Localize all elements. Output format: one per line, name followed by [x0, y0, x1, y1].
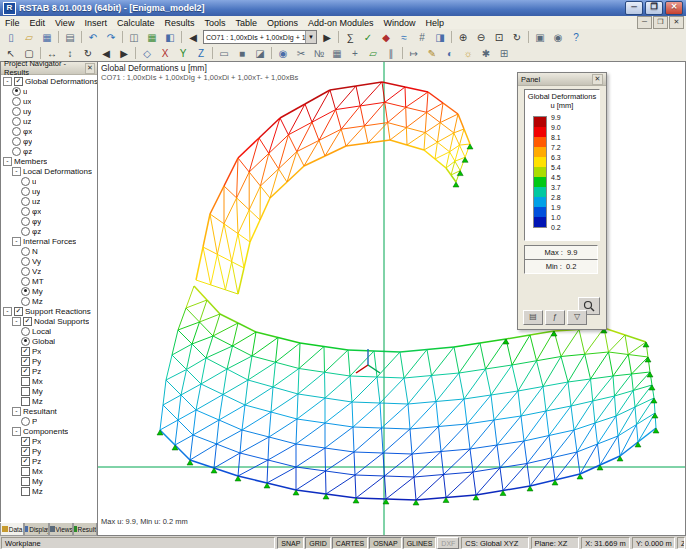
tree-item-phiz[interactable]: φz: [1, 146, 98, 156]
render-icon[interactable]: ◐: [441, 45, 459, 61]
navigator-tab-views[interactable]: Views: [49, 523, 73, 536]
panel-icon[interactable]: ◨: [431, 29, 449, 45]
radio-unselected[interactable]: [21, 217, 30, 226]
tree-item-ux[interactable]: ux: [1, 96, 98, 106]
tree-item-py[interactable]: ✓Py: [1, 446, 98, 456]
tree-item-pz[interactable]: ✓Pz: [1, 366, 98, 376]
expander-minus-icon[interactable]: -: [12, 317, 21, 326]
solid-icon[interactable]: ■: [233, 45, 251, 61]
fullscreen-icon[interactable]: ⊞: [495, 45, 513, 61]
check-icon[interactable]: ✓: [359, 29, 377, 45]
radio-unselected[interactable]: [21, 257, 30, 266]
radio-unselected[interactable]: [21, 187, 30, 196]
maximize-button[interactable]: ❐: [645, 1, 663, 15]
new-window-icon[interactable]: ◫: [125, 29, 143, 45]
navigator-close-icon[interactable]: ✕: [85, 63, 95, 74]
tree-item-vy[interactable]: Vy: [1, 256, 98, 266]
checkbox-checked[interactable]: ✓: [14, 77, 23, 86]
tree-item-global-deformations[interactable]: -✓Global Deformations: [1, 76, 98, 86]
radio-unselected[interactable]: [21, 207, 30, 216]
tree-item-nodal-supports[interactable]: -✓Nodal Supports: [1, 316, 98, 326]
tree-item-px[interactable]: ✓Px: [1, 346, 98, 356]
statusbar-toggle-glines[interactable]: GLINES: [403, 537, 437, 549]
redo-icon[interactable]: ↷: [102, 29, 120, 45]
tree-item-uy[interactable]: uy: [1, 186, 98, 196]
checkbox-unchecked[interactable]: [21, 397, 30, 406]
tree-item-my[interactable]: My: [1, 386, 98, 396]
radio-unselected[interactable]: [21, 227, 30, 236]
tree-item-global[interactable]: Global: [1, 336, 98, 346]
radio-unselected[interactable]: [21, 267, 30, 276]
menu-view[interactable]: View: [50, 16, 79, 29]
checkbox-unchecked[interactable]: [21, 387, 30, 396]
checkbox-checked[interactable]: ✓: [21, 367, 30, 376]
save-icon[interactable]: ▦: [38, 29, 56, 45]
checkbox-checked[interactable]: ✓: [23, 317, 32, 326]
dimension-icon[interactable]: ↦: [405, 45, 423, 61]
menu-insert[interactable]: Insert: [79, 16, 112, 29]
tree-item-p[interactable]: P: [1, 416, 98, 426]
expander-minus-icon[interactable]: -: [12, 237, 21, 246]
expander-minus-icon[interactable]: -: [12, 427, 21, 436]
navigator-header[interactable]: Project Navigator - Results ✕: [1, 62, 98, 75]
mdi-close-button[interactable]: ✕: [669, 16, 684, 29]
menu-table[interactable]: Table: [230, 16, 262, 29]
expander-minus-icon[interactable]: -: [12, 407, 21, 416]
radio-selected[interactable]: [21, 337, 30, 346]
expander-minus-icon[interactable]: -: [12, 167, 21, 176]
view-y-icon[interactable]: Y: [174, 45, 192, 61]
chevron-down-icon[interactable]: ▼: [305, 31, 316, 43]
tree-item-internal-forces[interactable]: -Internal Forces: [1, 236, 98, 246]
tree-item-uy[interactable]: uy: [1, 106, 98, 116]
load-case-prev-icon[interactable]: ◀: [184, 29, 202, 45]
deformation-icon[interactable]: ≈: [395, 29, 413, 45]
radio-selected[interactable]: [12, 87, 21, 96]
tree-item-mz[interactable]: Mz: [1, 486, 98, 496]
results-color-panel[interactable]: Panel ✕ Global Deformations u [mm] 9.99.…: [517, 72, 607, 330]
checkbox-unchecked[interactable]: [21, 487, 30, 496]
tree-item-phiy[interactable]: φy: [1, 216, 98, 226]
new-icon[interactable]: ▯: [2, 29, 20, 45]
factors-tab[interactable]: ƒ: [545, 310, 565, 325]
filter-tab[interactable]: ▽: [567, 310, 587, 325]
checkbox-checked[interactable]: ✓: [21, 457, 30, 466]
settings-icon[interactable]: ✱: [477, 45, 495, 61]
statusbar-toggle-cartes[interactable]: CARTES: [332, 537, 368, 549]
checkbox-checked[interactable]: ✓: [21, 357, 30, 366]
tree-item-uz[interactable]: uz: [1, 116, 98, 126]
tree-item-mt[interactable]: MT: [1, 276, 98, 286]
tree-item-my[interactable]: My: [1, 286, 98, 296]
statusbar-toggle-snap[interactable]: SNAP: [277, 537, 304, 549]
expander-minus-icon[interactable]: -: [3, 307, 12, 316]
wireframe-icon[interactable]: ▭: [215, 45, 233, 61]
hidden-line-icon[interactable]: ◪: [251, 45, 269, 61]
tree-item-u[interactable]: u: [1, 86, 98, 96]
menu-calculate[interactable]: Calculate: [112, 16, 160, 29]
grid-icon[interactable]: ▦: [328, 45, 346, 61]
minimize-button[interactable]: ─: [625, 1, 643, 15]
menu-results[interactable]: Results: [159, 16, 199, 29]
print-icon[interactable]: ▤: [61, 29, 79, 45]
navigator-tab-data[interactable]: Data: [0, 523, 24, 536]
checkbox-checked[interactable]: ✓: [21, 447, 30, 456]
tree-item-phix[interactable]: φx: [1, 206, 98, 216]
zoom-out-icon[interactable]: ⊖: [472, 29, 490, 45]
load-case-next-icon[interactable]: ▶: [318, 29, 336, 45]
radio-unselected[interactable]: [21, 277, 30, 286]
radio-unselected[interactable]: [12, 97, 21, 106]
mdi-minimize-button[interactable]: ─: [637, 16, 652, 29]
load-case-combobox[interactable]: CO71 : 1,00xDIs + 1,00xDIg + 1,00xDi ▼: [203, 30, 317, 44]
tree-item-mx[interactable]: Mx: [1, 466, 98, 476]
radio-unselected[interactable]: [12, 147, 21, 156]
tree-item-mz[interactable]: Mz: [1, 296, 98, 306]
menu-file[interactable]: File: [0, 16, 25, 29]
checkbox-checked[interactable]: ✓: [21, 437, 30, 446]
tree-item-pz[interactable]: ✓Pz: [1, 456, 98, 466]
panel-close-icon[interactable]: ✕: [592, 74, 603, 85]
close-button[interactable]: ✕: [665, 1, 683, 15]
clipping-icon[interactable]: ✂: [292, 45, 310, 61]
tree-item-phiy[interactable]: φy: [1, 136, 98, 146]
tree-item-local[interactable]: Local: [1, 326, 98, 336]
statusbar-toggle-dxf[interactable]: DXF: [437, 537, 459, 549]
tree-item-local-deformations[interactable]: -Local Deformations: [1, 166, 98, 176]
